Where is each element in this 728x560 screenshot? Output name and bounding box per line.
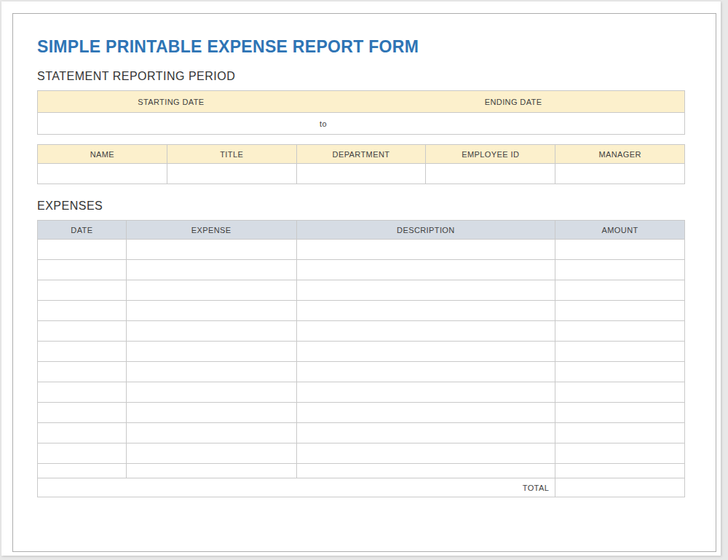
employee-name-input-cell[interactable] — [38, 164, 167, 184]
section-heading-expenses: EXPENSES — [37, 199, 685, 213]
expense-total-row: TOTAL — [38, 478, 685, 497]
expense-row — [38, 443, 685, 464]
employee-header-title: TITLE — [167, 145, 296, 164]
reporting-period-header-row: STARTING DATE ENDING DATE — [38, 91, 685, 113]
expense-cell-description[interactable] — [296, 464, 555, 478]
expense-row — [38, 240, 685, 260]
expense-cell-amount[interactable] — [555, 301, 685, 321]
expense-cell-amount[interactable] — [555, 342, 685, 362]
expense-cell-date[interactable] — [38, 464, 127, 478]
expense-cell-date[interactable] — [38, 362, 127, 382]
expense-cell-expense[interactable] — [126, 240, 296, 260]
page-border: SIMPLE PRINTABLE EXPENSE REPORT FORM STA… — [12, 13, 716, 552]
expense-cell-description[interactable] — [296, 382, 555, 403]
expense-cell-description[interactable] — [296, 443, 555, 464]
expense-header-row: DATE EXPENSE DESCRIPTION AMOUNT — [38, 221, 685, 240]
employee-department-input-cell[interactable] — [296, 164, 426, 184]
expense-cell-amount[interactable] — [555, 403, 685, 423]
expense-cell-date[interactable] — [38, 280, 127, 301]
expense-cell-expense[interactable] — [126, 260, 296, 280]
expense-row — [38, 423, 685, 443]
starting-date-header: STARTING DATE — [38, 91, 304, 113]
employee-title-input-cell[interactable] — [167, 164, 296, 184]
total-amount-cell[interactable] — [555, 478, 685, 497]
expense-cell-date[interactable] — [38, 321, 127, 342]
expense-cell-date[interactable] — [38, 382, 127, 403]
expense-cell-date[interactable] — [38, 240, 127, 260]
to-label: to — [304, 113, 342, 135]
expense-cell-amount[interactable] — [555, 382, 685, 403]
expense-row — [38, 342, 685, 362]
expense-cell-amount[interactable] — [555, 260, 685, 280]
employee-value-row — [38, 164, 685, 184]
expense-table: DATE EXPENSE DESCRIPTION AMOUNT TOTAL — [37, 220, 685, 497]
employee-id-input-cell[interactable] — [426, 164, 555, 184]
page-content: SIMPLE PRINTABLE EXPENSE REPORT FORM STA… — [13, 14, 716, 497]
expense-cell-amount[interactable] — [555, 362, 685, 382]
expense-cell-date[interactable] — [38, 260, 127, 280]
expense-cell-expense[interactable] — [126, 362, 296, 382]
expense-row — [38, 321, 685, 342]
expense-cell-description[interactable] — [296, 260, 555, 280]
total-label: TOTAL — [38, 478, 555, 497]
expense-cell-date[interactable] — [38, 403, 127, 423]
expense-row — [38, 382, 685, 403]
document-canvas: SIMPLE PRINTABLE EXPENSE REPORT FORM STA… — [0, 0, 728, 560]
employee-header-manager: MANAGER — [555, 145, 685, 164]
expense-cell-description[interactable] — [296, 301, 555, 321]
expense-header-expense: EXPENSE — [126, 221, 296, 240]
employee-info-table: NAME TITLE DEPARTMENT EMPLOYEE ID MANAGE… — [37, 144, 685, 184]
page-title: SIMPLE PRINTABLE EXPENSE REPORT FORM — [37, 37, 685, 56]
expense-row — [38, 362, 685, 382]
page: SIMPLE PRINTABLE EXPENSE REPORT FORM STA… — [1, 1, 721, 556]
starting-date-input-cell[interactable] — [38, 113, 304, 135]
expense-cell-expense[interactable] — [126, 403, 296, 423]
expense-row — [38, 464, 685, 478]
expense-cell-expense[interactable] — [126, 382, 296, 403]
expense-header-date: DATE — [38, 221, 127, 240]
expense-cell-expense[interactable] — [126, 280, 296, 301]
expense-cell-date[interactable] — [38, 301, 127, 321]
expense-cell-description[interactable] — [296, 403, 555, 423]
expense-cell-amount[interactable] — [555, 443, 685, 464]
expense-cell-date[interactable] — [38, 443, 127, 464]
reporting-period-value-row: to — [38, 113, 685, 135]
expense-cell-description[interactable] — [296, 280, 555, 301]
employee-header-row: NAME TITLE DEPARTMENT EMPLOYEE ID MANAGE… — [38, 145, 685, 164]
expense-cell-amount[interactable] — [555, 280, 685, 301]
expense-row — [38, 260, 685, 280]
expense-header-description: DESCRIPTION — [296, 221, 555, 240]
expense-cell-amount[interactable] — [555, 464, 685, 478]
ending-date-header: ENDING DATE — [342, 91, 684, 113]
expense-cell-expense[interactable] — [126, 321, 296, 342]
employee-header-employee-id: EMPLOYEE ID — [426, 145, 555, 164]
expense-rows — [38, 240, 685, 478]
expense-cell-description[interactable] — [296, 362, 555, 382]
expense-cell-description[interactable] — [296, 342, 555, 362]
expense-cell-expense[interactable] — [126, 301, 296, 321]
employee-header-name: NAME — [38, 145, 167, 164]
employee-manager-input-cell[interactable] — [555, 164, 685, 184]
expense-cell-expense[interactable] — [126, 342, 296, 362]
reporting-period-table: STARTING DATE ENDING DATE to — [37, 90, 685, 135]
expense-cell-expense[interactable] — [126, 443, 296, 464]
expense-cell-date[interactable] — [38, 342, 127, 362]
expense-cell-amount[interactable] — [555, 240, 685, 260]
ending-date-input-cell[interactable] — [342, 113, 684, 135]
expense-cell-description[interactable] — [296, 321, 555, 342]
expense-row — [38, 301, 685, 321]
section-heading-reporting-period: STATEMENT REPORTING PERIOD — [37, 69, 685, 84]
reporting-period-header-spacer — [304, 91, 342, 113]
employee-header-department: DEPARTMENT — [296, 145, 426, 164]
expense-header-amount: AMOUNT — [555, 221, 685, 240]
expense-cell-expense[interactable] — [126, 423, 296, 443]
expense-cell-description[interactable] — [296, 240, 555, 260]
expense-cell-expense[interactable] — [126, 464, 296, 478]
expense-row — [38, 280, 685, 301]
expense-cell-description[interactable] — [296, 423, 555, 443]
expense-cell-amount[interactable] — [555, 423, 685, 443]
expense-cell-date[interactable] — [38, 423, 127, 443]
expense-cell-amount[interactable] — [555, 321, 685, 342]
expense-row — [38, 403, 685, 423]
